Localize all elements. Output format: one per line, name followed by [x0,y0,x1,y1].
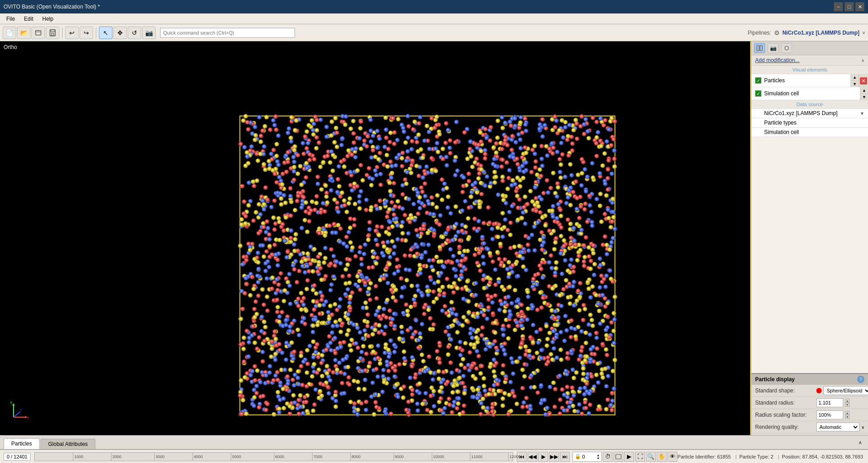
reset-view-btn[interactable]: ↺ [128,27,141,39]
render-settings-view-btn[interactable]: 📷 [768,43,779,53]
svg-rect-3 [51,30,54,32]
render-view-btn[interactable] [613,452,623,462]
standard-radius-label: Standard radius: [755,400,814,406]
simcell-down-btn[interactable]: ▼ [860,94,868,100]
svg-line-11 [13,412,20,417]
simcell-up-btn[interactable]: ▲ [860,87,868,94]
pipeline-view-btn[interactable] [754,43,765,53]
pipeline-icon[interactable]: ⚙ [774,29,780,36]
simulation-cell-checkbox[interactable] [755,90,761,97]
pan-tool-btn[interactable]: ✋ [657,452,667,462]
load-url-btn[interactable] [31,27,45,39]
translate-mode-btn[interactable]: ✥ [113,27,127,39]
particles-delete-btn[interactable]: ✕ [860,77,867,85]
svg-rect-4 [51,33,54,36]
frame-down-btn[interactable]: ▼ [596,457,600,460]
toolbar: 📄 📂 ↩ ↪ ↖ ✥ ↺ 📷 Pipelines: ⚙ NiCrCo1.xyz… [0,24,868,41]
new-file-btn[interactable]: 📄 [3,27,16,39]
radius-scaling-row: Radius scaling factor: ▲ ▼ [752,409,868,421]
undo-btn[interactable]: ↩ [65,27,79,39]
viewport[interactable]: Ortho x y z [0,41,751,435]
quality-dropdown-btn[interactable]: ∨ [861,425,864,430]
rendering-quality-value: Automatic ∨ [816,423,864,432]
particle-display-title: Particle display [755,376,795,383]
add-modification-btn[interactable]: Add modification... [755,57,800,63]
standard-shape-select[interactable]: Sphere/Ellipsoid [823,386,868,395]
particles-down-btn[interactable]: ▼ [851,81,859,87]
expand-panel-btn[interactable]: ∧ [861,58,864,63]
pipeline-list: Visual elements Particles ▲ ▼ ✕ [752,66,868,373]
menu-help[interactable]: Help [38,15,58,23]
tick-2000: 2000 [111,453,121,461]
datasource-file-expand[interactable]: ▼ [860,111,864,116]
particle-display-help-btn[interactable]: ? [857,376,864,383]
tick-5000: 5000 [231,453,241,461]
play-btn[interactable]: ▶ [538,452,548,462]
svg-text:x: x [27,415,29,419]
standard-radius-value: ▲ ▼ [816,398,864,407]
simulation-cell-list-item[interactable]: Simulation cell [752,87,860,100]
timeline[interactable]: 1000 2000 3000 4000 5000 6000 7000 8000 … [34,452,514,461]
particles-up-btn[interactable]: ▲ [851,74,859,81]
goto-end-btn[interactable]: ⏭ [560,452,570,462]
frame-up-btn[interactable]: ▲ [596,454,600,457]
frame-input[interactable] [582,454,595,459]
eye-tool-btn[interactable]: 👁 [667,452,677,462]
svg-marker-6 [25,416,27,418]
datasource-file-item[interactable]: NiCrCo1.xyz [LAMMPS Dump] ▼ [752,109,868,118]
frame-spinner[interactable]: ▲ ▼ [596,454,600,460]
particle-types-item[interactable]: Particle types [752,118,868,128]
bottom-panel-close-btn[interactable]: ∧ [856,440,864,445]
sim-cell-label2: Simulation cell [764,129,799,135]
tick-1000: 1000 [73,453,83,461]
menu-file[interactable]: File [2,15,19,23]
svg-rect-13 [757,45,759,51]
viewport-settings-view-btn[interactable]: ⬡ [781,43,792,53]
pipeline-chevron[interactable]: ∨ [862,30,865,35]
step-back-btn[interactable]: ◀◀ [528,452,537,462]
fullscreen-btn[interactable]: ⛶ [635,452,645,462]
rendering-quality-select[interactable]: Automatic [816,423,859,432]
standard-radius-input[interactable] [816,398,843,407]
standard-radius-spinner[interactable]: ▲ ▼ [845,399,850,407]
maximize-btn[interactable]: □ [845,2,854,11]
open-file-btn[interactable]: 📂 [17,27,31,39]
svg-rect-15 [616,454,621,459]
save-btn[interactable] [46,27,59,39]
separator-2 [96,27,96,38]
render-btn[interactable]: 📷 [142,27,156,39]
global-attr-tab[interactable]: Global Attributes [40,439,95,449]
step-forward-btn[interactable]: ▶▶ [549,452,559,462]
close-btn[interactable]: ✕ [855,2,864,11]
pipelines-label: Pipelines: [748,30,771,36]
standard-shape-label: Standard shape: [755,387,814,394]
radius-scaling-spinner[interactable]: ▲ ▼ [845,411,850,419]
bottom-tabs: Particles Global Attributes ∧ [0,435,868,450]
command-search-input[interactable] [160,28,295,38]
particles-tab[interactable]: Particles [4,438,40,449]
minimize-btn[interactable]: − [834,2,843,11]
redo-btn[interactable]: ↪ [80,27,93,39]
frame-input-group: 🔒 ▲ ▼ [573,452,602,462]
pipeline-name[interactable]: NiCrCo1.xyz [LAMMPS Dump] [783,30,859,36]
menu-edit[interactable]: Edit [19,15,38,23]
right-panel: 📷 ⬡ Add modification... ∧ Visual element… [751,41,868,435]
pipeline-bar: Pipelines: ⚙ NiCrCo1.xyz [LAMMPS Dump] ∨ [748,29,865,36]
svg-rect-0 [36,31,41,35]
particles-list-item[interactable]: Particles [752,74,850,87]
forward-btn[interactable]: ▶ [624,452,634,462]
menu-bar: File Edit Help [0,13,868,24]
clock-btn[interactable]: ⏱ [603,452,613,462]
particle-canvas[interactable] [0,41,750,435]
zoom-tool-btn[interactable]: 🔍 [646,452,656,462]
particles-checkbox[interactable] [755,77,761,84]
radius-scaling-label: Radius scaling factor: [755,412,814,418]
radius-scaling-input[interactable] [816,410,843,419]
tick-4000: 4000 [192,453,203,461]
sim-cell-item2[interactable]: Simulation cell [752,128,868,137]
status-info: Particle Identifier: 61855 | Particle Ty… [677,454,864,459]
select-mode-btn[interactable]: ↖ [99,27,112,39]
particle-types-label: Particle types [764,120,796,126]
particle-display-header: Particle display ? [752,374,868,385]
svg-rect-14 [760,45,762,51]
